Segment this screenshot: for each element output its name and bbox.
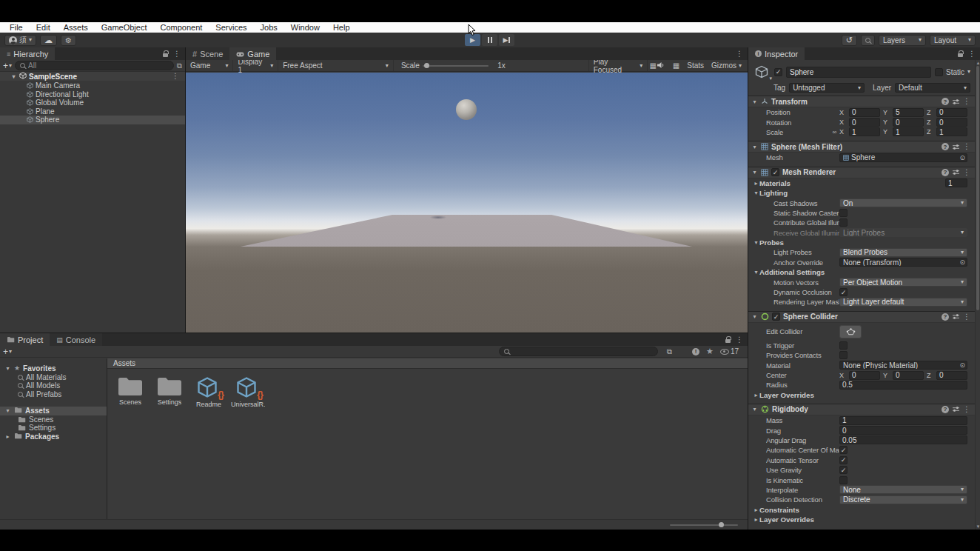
icon-size-knob[interactable] (719, 522, 724, 527)
foldout-layer-overrides[interactable]: ▸Layer Overrides (748, 390, 975, 400)
name-field[interactable] (786, 67, 931, 78)
tab-inspector[interactable]: i Inspector (748, 47, 805, 60)
kebab-menu-icon[interactable]: ⋮ (963, 143, 970, 150)
drag-field[interactable]: 0 (839, 426, 967, 435)
cast-shadows-dropdown[interactable]: On▾ (839, 198, 967, 207)
favorites-row[interactable]: ▾★ Favorites (0, 364, 107, 373)
add-gameobject-button[interactable]: +▾ (3, 61, 12, 71)
presets-icon[interactable] (952, 406, 960, 413)
hierarchy-item-global-volume[interactable]: Global Volume (0, 98, 185, 107)
open-search-icon[interactable]: ⧉ (667, 347, 672, 356)
undo-history-button[interactable]: ↺ (842, 35, 857, 46)
favorite-all-materials[interactable]: All Materials (0, 373, 107, 382)
menu-component[interactable]: Component (153, 22, 209, 33)
rotation-y-field[interactable]: 0 (893, 118, 924, 127)
object-picker-icon[interactable]: ⊙ (959, 361, 965, 369)
scene-row[interactable]: ▾ SampleScene ⋮ (0, 72, 185, 81)
automatic-tensor-checkbox[interactable]: ✓ (839, 456, 848, 464)
icon-size-slider[interactable] (670, 524, 738, 526)
game-viewport[interactable] (186, 73, 748, 333)
foldout-icon[interactable]: ▾ (751, 98, 758, 105)
kebab-menu-icon[interactable]: ⋮ (173, 50, 181, 58)
menu-gameobject[interactable]: GameObject (95, 22, 154, 33)
vsync-icon[interactable]: ▦ (673, 61, 679, 70)
component-header-transform[interactable]: ▾Transform?⋮ (748, 96, 975, 107)
tab-scene[interactable]: # Scene (186, 47, 229, 60)
tab-project[interactable]: Project (0, 333, 50, 346)
foldout-layer-overrides[interactable]: ▸Layer Overrides (748, 515, 975, 524)
gizmos-dropdown[interactable]: Gizmos▾ (711, 61, 742, 70)
kebab-menu-icon[interactable]: ⋮ (963, 313, 970, 321)
hierarchy-item-sphere[interactable]: Sphere (0, 116, 185, 124)
asset-universalr[interactable]: {}UniversalR... (232, 376, 264, 408)
anchor-override-object-field[interactable]: None (Transform)⊙ (839, 258, 967, 267)
position-z-field[interactable]: 0 (936, 108, 967, 117)
picker-icon[interactable]: ⧉ (177, 61, 182, 70)
help-icon[interactable]: ? (942, 313, 949, 321)
lock-icon[interactable] (163, 53, 168, 57)
static-checkbox[interactable] (935, 68, 943, 76)
hierarchy-search-input[interactable] (28, 61, 169, 70)
mass-field[interactable]: 1 (839, 416, 967, 425)
scale-slider-knob[interactable] (424, 63, 429, 68)
create-asset-button[interactable]: +▾ (3, 347, 12, 357)
help-icon[interactable]: ? (942, 143, 949, 150)
account-button[interactable]: 須 ▾ (4, 35, 36, 46)
layout-dropdown[interactable]: Layout ▾ (930, 35, 976, 46)
collision-detection-dropdown[interactable]: Discrete▾ (839, 495, 967, 504)
foldout-icon[interactable]: ▾ (751, 144, 758, 150)
active-checkbox[interactable]: ✓ (774, 68, 782, 76)
scale-slider[interactable] (423, 65, 489, 67)
radius-field[interactable]: 0.5 (839, 381, 967, 390)
edit-collider-button[interactable] (839, 325, 862, 338)
hidden-packages-toggle[interactable]: 17 (720, 347, 739, 355)
rendering-layer-mask-dropdown[interactable]: Light Layer default▾ (839, 298, 967, 307)
component-enabled-checkbox[interactable]: ✓ (772, 313, 780, 321)
step-button[interactable]: ▶ (499, 34, 514, 46)
hierarchy-item-main-camera[interactable]: Main Camera (0, 81, 185, 90)
assets-child-settings[interactable]: Settings (0, 424, 107, 433)
foldout-icon[interactable]: ▾ (751, 406, 758, 413)
asset-readme[interactable]: {}Readme (192, 376, 225, 408)
tab-console[interactable]: ▤ Console (50, 333, 102, 346)
project-search[interactable] (499, 347, 658, 356)
menu-help[interactable]: Help (326, 22, 357, 33)
presets-icon[interactable] (952, 144, 960, 150)
asset-scenes[interactable]: Scenes (114, 376, 147, 408)
tab-hierarchy[interactable]: ≡ Hierarchy (0, 47, 55, 60)
center-x-field[interactable]: 0 (849, 371, 880, 380)
presets-icon[interactable] (952, 169, 960, 176)
help-icon[interactable]: ? (942, 169, 949, 176)
inspector-scrollbar[interactable]: ▲ ▼ (975, 60, 980, 530)
static-shadow-caster-checkbox[interactable] (839, 209, 848, 217)
mute-audio-icon[interactable] (657, 61, 665, 70)
foldout-icon[interactable]: ▾ (751, 169, 758, 176)
kebab-menu-icon[interactable]: ⋮ (963, 169, 970, 176)
foldout-probes[interactable]: ▾Probes (748, 238, 975, 247)
position-x-field[interactable]: 0 (849, 108, 880, 117)
gameobject-icon[interactable]: ▾ (753, 64, 771, 80)
menu-file[interactable]: File (3, 22, 30, 33)
kebab-menu-icon[interactable]: ⋮ (963, 406, 970, 413)
project-search-input[interactable] (512, 347, 653, 355)
material-object-field[interactable]: None (Physic Material)⊙ (839, 361, 967, 370)
automatic-center-of-mass-checkbox[interactable]: ✓ (839, 446, 848, 454)
assets-row[interactable]: ▾ Assets (0, 407, 107, 415)
object-picker-icon[interactable]: ⊙ (959, 154, 965, 161)
static-toggle[interactable]: Static ▾ (935, 68, 970, 76)
component-header-rigidbody[interactable]: ▾Rigidbody?⋮ (748, 404, 975, 415)
menu-services[interactable]: Services (209, 22, 253, 33)
component-header-sphere-collider[interactable]: ▾✓Sphere Collider?⋮ (748, 312, 975, 323)
favorites-star-icon[interactable]: ★ (706, 347, 714, 355)
menu-window[interactable]: Window (284, 22, 326, 33)
kebab-menu-icon[interactable]: ⋮ (736, 336, 743, 344)
hierarchy-item-directional-light[interactable]: Directional Light (0, 90, 185, 99)
materials-count-field[interactable]: 1 (945, 178, 967, 187)
layer-dropdown[interactable]: Default▾ (895, 83, 970, 93)
hierarchy-search[interactable] (15, 61, 174, 70)
aspect-dropdown[interactable]: Free Aspect▾ (278, 60, 394, 71)
cloud-button[interactable]: ☁ (40, 35, 57, 46)
interpolate-dropdown[interactable]: None▾ (839, 485, 967, 494)
presets-icon[interactable] (952, 98, 960, 105)
search-button[interactable] (861, 35, 875, 46)
